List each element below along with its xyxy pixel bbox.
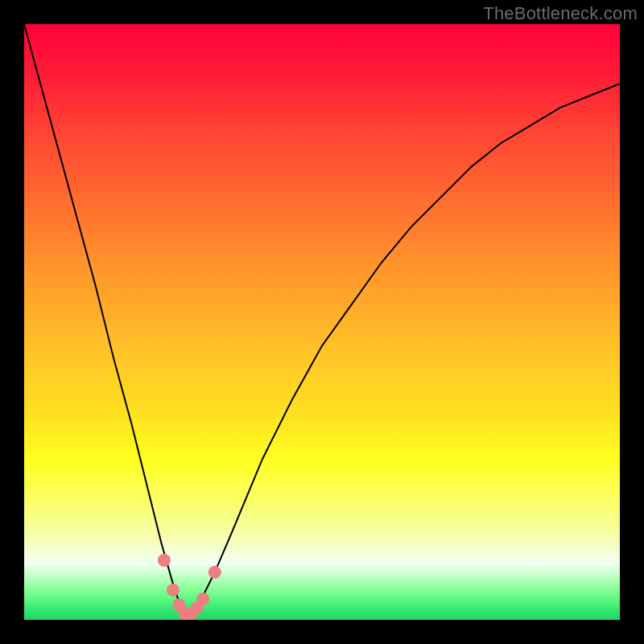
valley-marker — [158, 554, 171, 567]
valley-marker — [196, 592, 209, 605]
curve-layer — [24, 24, 620, 620]
bottleneck-curve — [24, 24, 620, 614]
valley-marker — [167, 584, 180, 597]
watermark-text: TheBottleneck.com — [483, 3, 638, 24]
valley-marker — [208, 566, 221, 579]
chart-frame: TheBottleneck.com — [0, 0, 644, 644]
plot-area — [24, 24, 620, 620]
valley-markers — [158, 554, 221, 620]
